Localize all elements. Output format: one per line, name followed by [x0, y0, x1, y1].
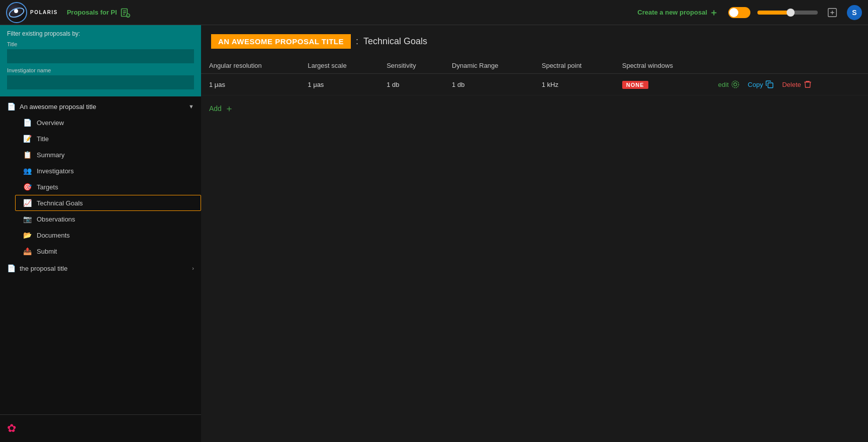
- nav-item-targets[interactable]: 🎯 Targets: [15, 179, 201, 195]
- delete-button[interactable]: Delete: [782, 80, 812, 89]
- title-icon: 📝: [23, 135, 32, 143]
- documents-icon: 📂: [23, 231, 32, 239]
- nav-item-observations[interactable]: 📷 Observations: [15, 211, 201, 227]
- col-dynamic-range: Dynamic Range: [444, 58, 534, 74]
- add-button[interactable]: Add ＋: [201, 95, 868, 122]
- brightness-slider[interactable]: [757, 11, 818, 15]
- add-plus-icon: ＋: [225, 102, 234, 115]
- user-avatar[interactable]: S: [847, 5, 862, 20]
- svg-point-7: [734, 83, 737, 86]
- title-filter-input[interactable]: [7, 49, 194, 63]
- nav-label-targets: Targets: [37, 183, 58, 191]
- proposal-title-badge: AN AWESOME PROPOSAL TITLE: [211, 34, 351, 49]
- topnav-right: S: [728, 5, 862, 20]
- proposal-title-2: the proposal title: [20, 265, 67, 272]
- chevron-right-icon-2: ›: [192, 265, 194, 271]
- row-actions: edit Copy: [718, 80, 860, 89]
- overview-icon: 📄: [23, 119, 32, 127]
- technical-goals-icon: 📈: [23, 199, 32, 207]
- svg-rect-9: [768, 83, 773, 88]
- col-spectral-point: Spectral point: [534, 58, 614, 74]
- investigator-filter-label: Investigator name: [7, 67, 194, 73]
- delete-label: Delete: [782, 81, 801, 88]
- nav-label-submit: Submit: [37, 248, 57, 255]
- nav-label-summary: Summary: [37, 151, 65, 159]
- col-angular-resolution: Angular resolution: [201, 58, 300, 74]
- sidebar-filter: Filter existing proposals by: Title Inve…: [0, 25, 201, 96]
- proposal-group-1: 📄 An awesome proposal title ▼ 📄 Overview…: [0, 98, 201, 259]
- page-title: Technical Goals: [363, 36, 427, 47]
- table-row: 1 μas 1 μas 1 db 1 db 1 kHz NONE edit: [201, 74, 868, 95]
- edit-icon: [731, 80, 740, 89]
- logo[interactable]: POLARIS: [6, 2, 58, 23]
- title-filter-label: Title: [7, 41, 194, 47]
- filter-label: Filter existing proposals by:: [7, 30, 194, 37]
- logo-icon: [6, 2, 27, 23]
- create-proposal-label: Create a new proposal: [637, 9, 707, 16]
- edit-button[interactable]: edit: [718, 80, 740, 89]
- col-spectral-windows: Spectral windows: [614, 58, 710, 74]
- svg-point-8: [732, 81, 739, 88]
- proposal-doc-icon-1: 📄: [7, 102, 16, 111]
- sidebar-bottom: ✿: [0, 414, 201, 442]
- theme-toggle[interactable]: [728, 7, 750, 18]
- col-largest-scale: Largest scale: [300, 58, 378, 74]
- copy-icon: [765, 80, 774, 89]
- toggle-knob: [729, 8, 738, 17]
- copy-label: Copy: [748, 81, 763, 88]
- technical-goals-table: Angular resolution Largest scale Sensiti…: [201, 58, 868, 95]
- main-layout: Filter existing proposals by: Title Inve…: [0, 25, 868, 442]
- edit-label: edit: [718, 81, 729, 88]
- submit-icon: 📤: [23, 247, 32, 255]
- cell-angular-resolution: 1 μas: [201, 74, 300, 95]
- spectral-windows-badge: NONE: [622, 81, 648, 89]
- sidebar-proposals: 📄 An awesome proposal title ▼ 📄 Overview…: [0, 96, 201, 414]
- svg-text:≡: ≡: [127, 14, 129, 17]
- proposal-header-2[interactable]: 📄 the proposal title ›: [0, 260, 201, 276]
- slider-knob: [787, 9, 795, 17]
- nav-item-title[interactable]: 📝 Title: [15, 131, 201, 147]
- export-icon[interactable]: [825, 5, 840, 20]
- cell-dynamic-range: 1 db: [444, 74, 534, 95]
- proposals-icon: ≡: [120, 8, 130, 18]
- nav-label-observations: Observations: [37, 215, 75, 223]
- summary-icon: 📋: [23, 151, 32, 159]
- proposals-for-pi-link[interactable]: Proposals for PI ≡: [67, 8, 130, 18]
- chevron-down-icon-1: ▼: [188, 103, 194, 109]
- nav-label-technical-goals: Technical Goals: [37, 199, 83, 207]
- col-sensitivity: Sensitivity: [378, 58, 444, 74]
- header-separator: :: [356, 36, 358, 47]
- nav-item-technical-goals[interactable]: 📈 Technical Goals: [15, 195, 201, 211]
- nav-label-overview: Overview: [37, 119, 64, 127]
- proposal-doc-icon-2: 📄: [7, 264, 16, 272]
- proposal-header-1[interactable]: 📄 An awesome proposal title ▼: [0, 98, 201, 115]
- cell-spectral-windows: NONE: [614, 74, 710, 95]
- topnav: POLARIS Proposals for PI ≡ Create a new …: [0, 0, 868, 25]
- nav-label-investigators: Investigators: [37, 167, 74, 175]
- investigators-icon: 👥: [23, 167, 32, 175]
- nav-label-documents: Documents: [37, 232, 70, 239]
- nav-items-1: 📄 Overview 📝 Title 📋 Summary 👥 Investiga…: [0, 115, 201, 259]
- nav-item-submit[interactable]: 📤 Submit: [15, 243, 201, 259]
- copy-button[interactable]: Copy: [748, 80, 774, 89]
- create-proposal-link[interactable]: Create a new proposal ＋: [637, 7, 718, 19]
- cell-sensitivity: 1 db: [378, 74, 444, 95]
- nav-item-investigators[interactable]: 👥 Investigators: [15, 163, 201, 179]
- create-plus-icon: ＋: [709, 7, 718, 19]
- nav-item-summary[interactable]: 📋 Summary: [15, 147, 201, 163]
- settings-icon[interactable]: ✿: [7, 422, 16, 434]
- targets-icon: 🎯: [23, 183, 32, 191]
- cell-largest-scale: 1 μas: [300, 74, 378, 95]
- cell-actions: edit Copy: [710, 74, 868, 95]
- investigator-filter-input[interactable]: [7, 75, 194, 89]
- proposal-title-1: An awesome proposal title: [20, 103, 96, 111]
- delete-icon: [803, 80, 812, 89]
- sidebar: Filter existing proposals by: Title Inve…: [0, 25, 201, 442]
- add-label: Add: [209, 104, 222, 113]
- page-header: AN AWESOME PROPOSAL TITLE : Technical Go…: [201, 25, 868, 56]
- proposals-for-pi-label: Proposals for PI: [67, 9, 117, 16]
- nav-item-documents[interactable]: 📂 Documents: [15, 227, 201, 243]
- col-actions: [710, 58, 868, 74]
- nav-item-overview[interactable]: 📄 Overview: [15, 115, 201, 131]
- cell-spectral-point: 1 kHz: [534, 74, 614, 95]
